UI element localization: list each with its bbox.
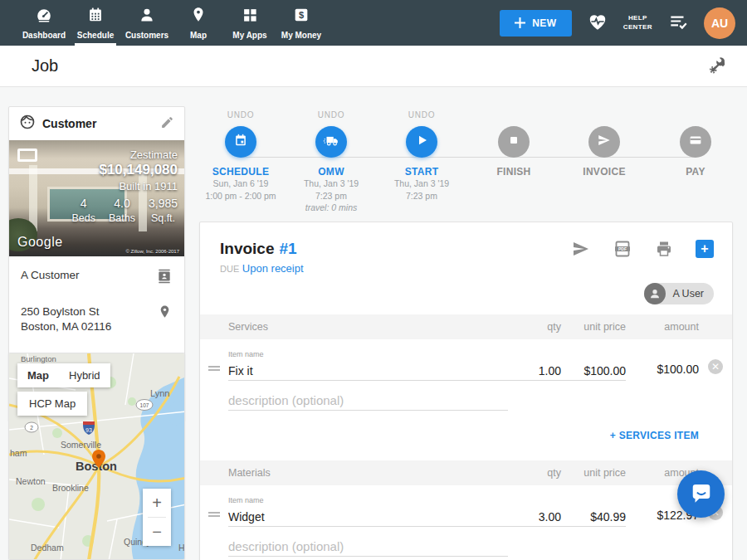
start-date: Thu, Jan 3 '19	[376, 178, 467, 190]
chat-launcher-button[interactable]	[677, 470, 725, 518]
job-timeline: UNDO SCHEDULE Sun, Jan 6 '19 1:00 pm - 2…	[199, 110, 733, 217]
assignee-avatar-icon	[644, 283, 666, 304]
add-material-row: + MATERIALS ITEM	[200, 557, 732, 560]
map-label: Newton	[16, 476, 46, 486]
customer-name-row: A Customer	[9, 256, 184, 296]
add-invoice-button[interactable]: +	[696, 240, 714, 258]
contact-card-icon[interactable]	[156, 268, 173, 288]
map-label: Burlington	[21, 354, 56, 363]
print-icon[interactable]	[654, 239, 674, 259]
finish-step-button[interactable]	[498, 126, 530, 158]
services-section-header: Services qty unit price amount	[200, 314, 732, 339]
material-unit-price-input[interactable]	[561, 507, 626, 527]
map-widget[interactable]: 93 107 2 Burlington Lynn Somerville ham …	[8, 353, 185, 560]
nav-customers-label: Customers	[125, 31, 168, 40]
new-button[interactable]: NEW	[500, 10, 572, 37]
edit-pencil-icon[interactable]	[160, 115, 174, 133]
omw-step-button[interactable]	[315, 126, 347, 158]
nav-schedule[interactable]: Schedule	[70, 0, 121, 46]
material-description-input[interactable]	[228, 537, 508, 557]
service-description-row	[200, 381, 732, 411]
hybrid-button[interactable]: Hybrid	[59, 363, 110, 387]
send-invoice-icon[interactable]	[571, 239, 591, 259]
customer-face-icon	[19, 114, 36, 134]
undo-omw-button[interactable]: UNDO	[286, 110, 377, 120]
service-unit-price-input[interactable]	[561, 361, 626, 381]
service-description-input[interactable]	[228, 391, 508, 411]
svg-text:107: 107	[140, 402, 149, 408]
nav-map-label: Map	[190, 31, 207, 40]
map-label: Somerville	[61, 440, 101, 450]
invoice-number[interactable]: #1	[279, 240, 296, 258]
qty-column-header: qty	[508, 321, 561, 333]
services-section-title: Services	[228, 321, 508, 333]
property-photo[interactable]: Zestimate $10,149,080 Built in 1911 4 4.…	[9, 140, 184, 256]
property-stats: 4 4.0 3,985 Beds Baths Sq.ft.	[71, 197, 178, 224]
heart-pulse-icon[interactable]	[587, 11, 608, 36]
add-services-item-button[interactable]: + SERVICES ITEM	[610, 430, 699, 441]
due-value-link[interactable]: Upon receipt	[242, 262, 304, 275]
plus-icon	[515, 17, 525, 28]
undo-spacer	[650, 110, 741, 120]
customer-name: A Customer	[21, 268, 80, 283]
materials-section-header: Materials qty unit price amount	[200, 460, 732, 485]
service-item-row: Item name $100.00 ✕	[200, 339, 732, 381]
material-qty-input[interactable]	[508, 507, 561, 527]
map-label: Dedham	[31, 543, 64, 553]
pdf-icon[interactable]: PDF	[613, 239, 632, 259]
finish-step-label: FINISH	[468, 166, 559, 178]
pay-step-button[interactable]	[680, 126, 711, 158]
map-zoom-control: + −	[143, 489, 171, 546]
customer-card-header: Customer	[9, 107, 184, 140]
svg-text:2: 2	[30, 425, 33, 431]
location-pin-icon[interactable]	[157, 304, 173, 324]
nav-dashboard[interactable]: Dashboard	[18, 0, 70, 46]
service-qty-input[interactable]	[508, 361, 561, 381]
zoom-in-button[interactable]: +	[143, 489, 171, 517]
map-pin-icon	[189, 6, 208, 27]
nav-dashboard-label: Dashboard	[22, 31, 66, 40]
timeline-step-pay: PAY	[650, 110, 741, 178]
nav-my-apps[interactable]: My Apps	[224, 0, 276, 46]
undo-spacer	[559, 110, 650, 120]
pay-step-label: PAY	[650, 166, 741, 178]
help-center-button[interactable]: HELP CENTER	[623, 14, 652, 32]
map-label: ham	[10, 448, 27, 458]
schedule-time: 1:00 pm - 2:00 pm	[195, 190, 286, 202]
material-item-name-input[interactable]	[228, 507, 508, 527]
invoice-step-button[interactable]	[588, 126, 620, 158]
start-step-button[interactable]	[406, 126, 437, 158]
nav-map[interactable]: Map	[173, 0, 224, 46]
service-item-name-input[interactable]	[228, 361, 508, 381]
nav-customers[interactable]: Customers	[121, 0, 173, 46]
drag-handle-icon[interactable]	[200, 510, 228, 527]
due-line: DUE Upon receipt	[200, 259, 732, 275]
assignee-chip[interactable]: A User	[644, 283, 714, 304]
hcp-map-button[interactable]: HCP Map	[17, 392, 87, 416]
remove-service-item-button[interactable]: ✕	[708, 359, 723, 374]
user-avatar[interactable]: AU	[704, 7, 735, 39]
send-icon	[597, 133, 612, 151]
grid-icon	[241, 6, 259, 27]
task-list-icon[interactable]	[667, 11, 689, 36]
play-icon	[414, 133, 429, 151]
undo-schedule-button[interactable]: UNDO	[195, 110, 286, 120]
invoice-step-label: INVOICE	[559, 166, 650, 178]
svg-text:93: 93	[85, 427, 92, 433]
add-service-row: + SERVICES ITEM	[200, 411, 732, 455]
nav-my-money[interactable]: $ My Money	[276, 0, 327, 46]
assignee-name: A User	[672, 288, 704, 299]
undo-start-button[interactable]: UNDO	[376, 110, 467, 120]
map-type-buttons: Map Hybrid	[17, 363, 110, 387]
schedule-step-button[interactable]	[225, 126, 256, 158]
nav-my-apps-label: My Apps	[232, 31, 266, 40]
timeline-step-start: UNDO START Thu, Jan 3 '19 7:23 pm	[376, 110, 467, 202]
map-button[interactable]: Map	[17, 363, 59, 387]
zillow-copyright: © Zillow, Inc. 2006-2017	[126, 249, 179, 254]
undo-spacer	[468, 110, 559, 120]
drag-handle-icon[interactable]	[200, 364, 228, 381]
calendar-icon	[232, 132, 249, 152]
beds-value: 4	[81, 197, 87, 210]
zoom-out-button[interactable]: −	[143, 518, 171, 546]
job-settings-icon[interactable]	[707, 55, 727, 78]
